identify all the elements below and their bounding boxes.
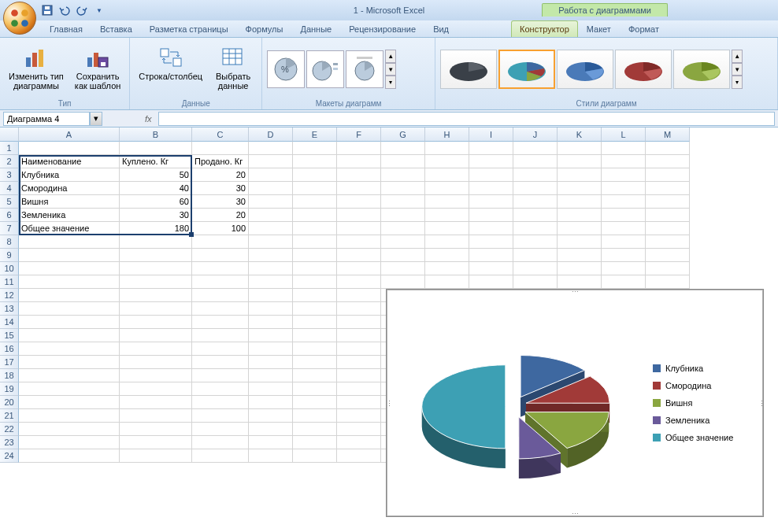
col-header-F[interactable]: F bbox=[337, 127, 381, 142]
cell[interactable] bbox=[646, 182, 690, 195]
cell[interactable]: 30 bbox=[120, 209, 192, 222]
cell[interactable] bbox=[120, 342, 192, 356]
cell[interactable] bbox=[249, 235, 293, 249]
legend-item-2[interactable]: Вишня bbox=[653, 398, 747, 408]
cell[interactable] bbox=[337, 396, 381, 409]
row-header-15[interactable]: 15 bbox=[0, 329, 19, 342]
cell[interactable]: 180 bbox=[120, 222, 192, 235]
cell[interactable] bbox=[602, 235, 646, 249]
row-header-8[interactable]: 8 bbox=[0, 235, 19, 249]
save-as-template-button[interactable]: Сохранить как шаблон bbox=[71, 41, 125, 94]
cell[interactable] bbox=[19, 249, 120, 262]
cell[interactable] bbox=[192, 289, 249, 302]
cell[interactable] bbox=[192, 316, 249, 329]
col-header-B[interactable]: B bbox=[120, 127, 192, 142]
legend-item-0[interactable]: Клубника bbox=[653, 364, 747, 373]
cell[interactable] bbox=[381, 142, 425, 155]
cell[interactable] bbox=[469, 168, 513, 182]
cell[interactable] bbox=[19, 396, 120, 409]
row-header-22[interactable]: 22 bbox=[0, 423, 19, 436]
chart-object[interactable]: ⋯ ⋯ ⋯ ⋯ Клубника Смородина Вишня Землeни… bbox=[386, 289, 764, 517]
cell[interactable] bbox=[425, 275, 469, 289]
cell[interactable] bbox=[558, 168, 602, 182]
tab-layout[interactable]: Макет bbox=[578, 20, 620, 37]
col-header-D[interactable]: D bbox=[249, 127, 293, 142]
cell[interactable] bbox=[192, 342, 249, 356]
cell[interactable] bbox=[337, 195, 381, 209]
cell[interactable] bbox=[249, 369, 293, 382]
cell[interactable] bbox=[469, 235, 513, 249]
chart-handle-bottom[interactable]: ⋯ bbox=[572, 510, 579, 518]
cell[interactable] bbox=[293, 262, 337, 275]
cell[interactable] bbox=[120, 289, 192, 302]
cell[interactable] bbox=[192, 262, 249, 275]
cell[interactable] bbox=[646, 235, 690, 249]
cell[interactable] bbox=[249, 222, 293, 235]
layout-down-icon[interactable]: ▼ bbox=[385, 63, 396, 76]
cell[interactable] bbox=[19, 142, 120, 155]
cell[interactable] bbox=[602, 222, 646, 235]
cell[interactable] bbox=[425, 249, 469, 262]
cell[interactable] bbox=[602, 142, 646, 155]
row-header-16[interactable]: 16 bbox=[0, 342, 19, 356]
cell[interactable] bbox=[249, 356, 293, 369]
cell[interactable] bbox=[337, 409, 381, 423]
cell[interactable] bbox=[513, 182, 558, 195]
row-header-9[interactable]: 9 bbox=[0, 249, 19, 262]
cell[interactable] bbox=[19, 329, 120, 342]
cell[interactable] bbox=[249, 436, 293, 449]
switch-row-col-button[interactable]: Строка/столбец bbox=[135, 41, 206, 85]
cell[interactable] bbox=[381, 275, 425, 289]
cell[interactable] bbox=[646, 249, 690, 262]
cell[interactable] bbox=[120, 382, 192, 396]
row-header-6[interactable]: 6 bbox=[0, 209, 19, 222]
cell[interactable] bbox=[293, 195, 337, 209]
chart-handle-right[interactable]: ⋯ bbox=[758, 400, 765, 407]
layout-more-icon[interactable]: ▾ bbox=[385, 76, 396, 89]
cell[interactable] bbox=[425, 235, 469, 249]
cell[interactable] bbox=[558, 142, 602, 155]
save-icon[interactable] bbox=[41, 4, 54, 17]
cell[interactable] bbox=[19, 316, 120, 329]
cell[interactable] bbox=[192, 275, 249, 289]
cell[interactable] bbox=[120, 423, 192, 436]
cell[interactable] bbox=[337, 316, 381, 329]
cell[interactable] bbox=[293, 316, 337, 329]
cell[interactable] bbox=[558, 155, 602, 168]
cell[interactable] bbox=[337, 222, 381, 235]
row-header-14[interactable]: 14 bbox=[0, 316, 19, 329]
cell[interactable] bbox=[19, 436, 120, 449]
cell[interactable] bbox=[469, 262, 513, 275]
row-header-19[interactable]: 19 bbox=[0, 382, 19, 396]
cell[interactable] bbox=[293, 369, 337, 382]
chart-style-3[interactable] bbox=[557, 50, 613, 89]
cell[interactable] bbox=[293, 302, 337, 316]
cell[interactable] bbox=[513, 209, 558, 222]
cell[interactable] bbox=[558, 209, 602, 222]
cell[interactable] bbox=[192, 302, 249, 316]
cell[interactable] bbox=[646, 168, 690, 182]
cell[interactable] bbox=[513, 142, 558, 155]
cell[interactable] bbox=[602, 195, 646, 209]
cell[interactable] bbox=[558, 222, 602, 235]
cell[interactable] bbox=[469, 209, 513, 222]
cell[interactable] bbox=[337, 342, 381, 356]
cell[interactable] bbox=[558, 235, 602, 249]
cell[interactable]: Продано. Кг bbox=[192, 155, 249, 168]
cell[interactable]: Общее значение bbox=[19, 222, 120, 235]
cell[interactable] bbox=[293, 249, 337, 262]
cell[interactable] bbox=[425, 195, 469, 209]
cell[interactable] bbox=[469, 222, 513, 235]
chart-legend[interactable]: Клубника Смородина Вишня Землeника Общее… bbox=[653, 297, 755, 508]
cell[interactable] bbox=[249, 168, 293, 182]
cell[interactable] bbox=[337, 356, 381, 369]
cell[interactable] bbox=[293, 356, 337, 369]
cell[interactable] bbox=[192, 449, 249, 463]
select-data-button[interactable]: Выбрать данные bbox=[209, 41, 257, 94]
cell[interactable] bbox=[249, 275, 293, 289]
cell[interactable] bbox=[293, 449, 337, 463]
office-button[interactable] bbox=[3, 2, 36, 35]
cell[interactable] bbox=[469, 249, 513, 262]
cell[interactable] bbox=[337, 369, 381, 382]
cell[interactable]: 20 bbox=[192, 168, 249, 182]
